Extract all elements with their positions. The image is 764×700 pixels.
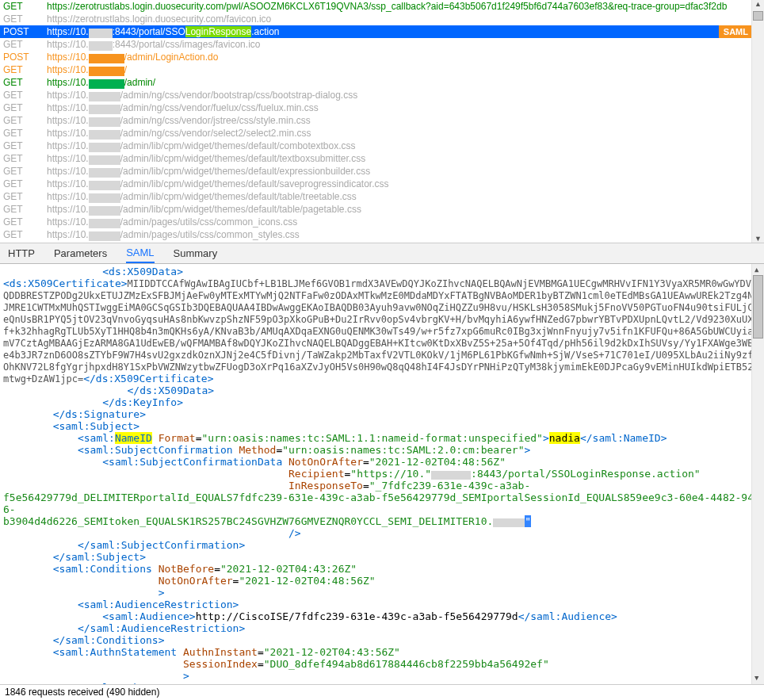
content-scrollbar[interactable] bbox=[751, 264, 764, 684]
request-url: https://10./ bbox=[47, 63, 764, 76]
request-method: GET bbox=[3, 114, 47, 127]
request-method: GET bbox=[3, 101, 47, 114]
request-row[interactable]: POSThttps://10.:8443/portal/SSOLoginResp… bbox=[0, 25, 764, 38]
request-method: GET bbox=[3, 140, 47, 152]
request-method: GET bbox=[3, 178, 47, 190]
request-row[interactable]: GEThttps://zerotrustlabs.login.duosecuri… bbox=[0, 13, 764, 25]
request-row[interactable]: GEThttps://10./admin/lib/cpm/widget/them… bbox=[0, 203, 764, 216]
request-method: GET bbox=[3, 152, 47, 165]
request-method: GET bbox=[3, 203, 47, 216]
request-method: GET bbox=[3, 127, 47, 140]
request-list-pane: GEThttps://zerotrustlabs.login.duosecuri… bbox=[0, 0, 764, 243]
request-row[interactable]: GEThttps://10./admin/ng/css/vendor/boots… bbox=[0, 89, 764, 101]
request-row[interactable]: GEThttps://10./admin/pages/utils/css/com… bbox=[0, 216, 764, 228]
request-row[interactable]: GEThttps://10./admin/pages/utils/css/com… bbox=[0, 228, 764, 241]
request-row[interactable]: GEThttps://10./admin/ng/css/vendor/jstre… bbox=[0, 114, 764, 127]
tab-summary[interactable]: Summary bbox=[174, 244, 218, 262]
request-url: https://10./admin/pages/utils/css/common… bbox=[47, 228, 764, 241]
request-method: GET bbox=[3, 63, 47, 76]
request-method: GET bbox=[3, 38, 47, 51]
request-method: GET bbox=[3, 76, 47, 89]
request-count-status: 1846 requests received (490 hidden) bbox=[5, 687, 159, 698]
request-url: https://10./admin/ bbox=[47, 76, 764, 89]
request-method: GET bbox=[3, 89, 47, 101]
request-method: GET bbox=[3, 216, 47, 228]
request-url: https://10./admin/lib/cpm/widget/themes/… bbox=[47, 165, 764, 178]
request-url: https://10./admin/lib/cpm/widget/themes/… bbox=[47, 203, 764, 216]
request-url: https://10./admin/ng/css/vendor/fuelux/c… bbox=[47, 101, 764, 114]
request-url: https://10.:8443/portal/css/images/favic… bbox=[47, 38, 764, 51]
request-row[interactable]: GEThttps://10./admin/lib/cpm/widget/them… bbox=[0, 190, 764, 203]
request-method: POST bbox=[3, 25, 47, 38]
request-row[interactable]: GEThttps://10./admin/lib/cpm/widget/them… bbox=[0, 165, 764, 178]
request-method: GET bbox=[3, 0, 47, 13]
request-url: https://10./admin/lib/cpm/widget/themes/… bbox=[47, 140, 764, 152]
request-row[interactable]: GEThttps://zerotrustlabs.login.duosecuri… bbox=[0, 0, 764, 13]
request-url: https://zerotrustlabs.login.duosecurity.… bbox=[47, 13, 764, 25]
request-row[interactable]: GEThttps://10./admin/lib/cpm/widget/them… bbox=[0, 178, 764, 190]
request-method: POST bbox=[3, 51, 47, 63]
saml-badge: SAML bbox=[719, 25, 753, 38]
request-url: https://10./admin/ng/css/vendor/jstree/c… bbox=[47, 114, 764, 127]
request-url: https://10./admin/ng/css/vendor/select2/… bbox=[47, 127, 764, 140]
request-url: https://10./admin/lib/cpm/widget/themes/… bbox=[47, 178, 764, 190]
detail-tabs: HTTP Parameters SAML Summary bbox=[0, 243, 764, 264]
request-scrollbar[interactable] bbox=[751, 0, 764, 243]
request-row[interactable]: GEThttps://10.:8443/portal/css/images/fa… bbox=[0, 38, 764, 51]
request-method: GET bbox=[3, 190, 47, 203]
request-method: GET bbox=[3, 13, 47, 25]
tab-http[interactable]: HTTP bbox=[8, 244, 35, 262]
request-row[interactable]: GEThttps://10./admin/ bbox=[0, 76, 764, 89]
request-url: https://10./admin/lib/cpm/widget/themes/… bbox=[47, 152, 764, 165]
request-url: https://10./admin/ng/css/vendor/bootstra… bbox=[47, 89, 764, 101]
status-bar: 1846 requests received (490 hidden) bbox=[0, 684, 764, 700]
request-url: https://10./admin/lib/cpm/widget/themes/… bbox=[47, 190, 764, 203]
request-row[interactable]: POSThttps://10./admin/LoginAction.do bbox=[0, 51, 764, 63]
saml-content-pane[interactable]: <ds:X509Data> <ds:X509Certificate>MIIDDT… bbox=[0, 264, 764, 684]
request-url: https://10./admin/pages/utils/css/common… bbox=[47, 216, 764, 228]
request-row[interactable]: GEThttps://10./admin/lib/cpm/widget/them… bbox=[0, 152, 764, 165]
request-row[interactable]: GEThttps://10./admin/ng/css/vendor/fuelu… bbox=[0, 101, 764, 114]
tab-parameters[interactable]: Parameters bbox=[54, 244, 107, 262]
request-url: https://10.:8443/portal/SSOLoginResponse… bbox=[47, 25, 764, 38]
request-row[interactable]: GEThttps://10./admin/lib/cpm/widget/them… bbox=[0, 140, 764, 152]
tab-saml[interactable]: SAML bbox=[126, 243, 154, 263]
request-row[interactable]: GEThttps://10./ bbox=[0, 63, 764, 76]
request-method: GET bbox=[3, 165, 47, 178]
request-url: https://10./admin/LoginAction.do bbox=[47, 51, 764, 63]
request-url: https://zerotrustlabs.login.duosecurity.… bbox=[47, 0, 764, 13]
request-row[interactable]: GEThttps://10./admin/ng/css/vendor/selec… bbox=[0, 127, 764, 140]
request-method: GET bbox=[3, 228, 47, 241]
